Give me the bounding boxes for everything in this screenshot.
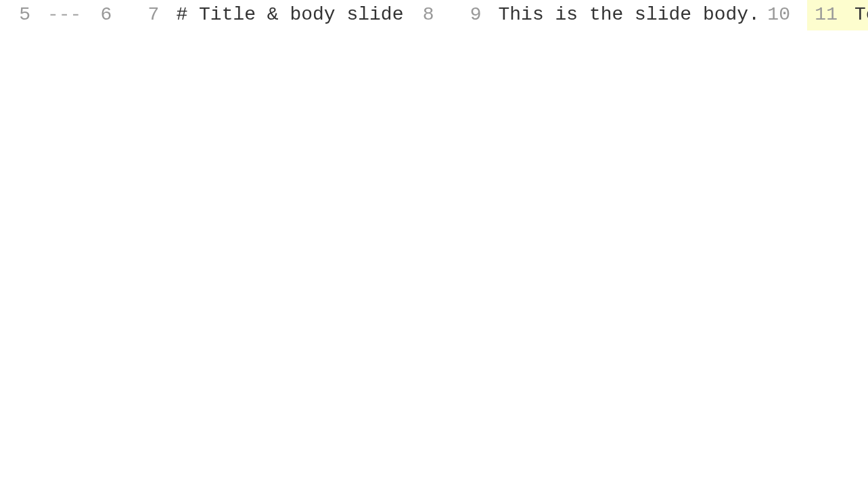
editor-line[interactable]: 11Text can be styled for: (807, 0, 868, 30)
editor-line[interactable]: 5--- (0, 0, 81, 30)
line-content[interactable]: Text can be styled for: (854, 0, 868, 30)
code-editor[interactable]: 5---67# Title & body slide89This is the … (0, 0, 868, 30)
line-number: 10 (760, 0, 807, 30)
line-number: 6 (81, 0, 129, 30)
line-content[interactable]: This is the slide body. (498, 0, 759, 30)
line-content[interactable]: --- (47, 0, 81, 30)
line-number: 9 (451, 0, 498, 30)
line-content[interactable]: # Title & body slide (176, 0, 403, 30)
line-number: 8 (403, 0, 451, 30)
code-text: This is the slide body. (498, 4, 759, 25)
code-text: Text can be styled for: (854, 4, 868, 25)
editor-line[interactable]: 6 (81, 0, 129, 30)
line-number: 5 (0, 0, 47, 30)
line-number: 7 (129, 0, 176, 30)
editor-line[interactable]: 9This is the slide body. (451, 0, 759, 30)
editor-line[interactable]: 10 (760, 0, 807, 30)
code-text: # Title & body slide (176, 4, 403, 25)
editor-line[interactable]: 7# Title & body slide (129, 0, 403, 30)
editor-line[interactable]: 8 (403, 0, 451, 30)
code-text: --- (47, 4, 81, 25)
line-number: 11 (807, 0, 854, 30)
